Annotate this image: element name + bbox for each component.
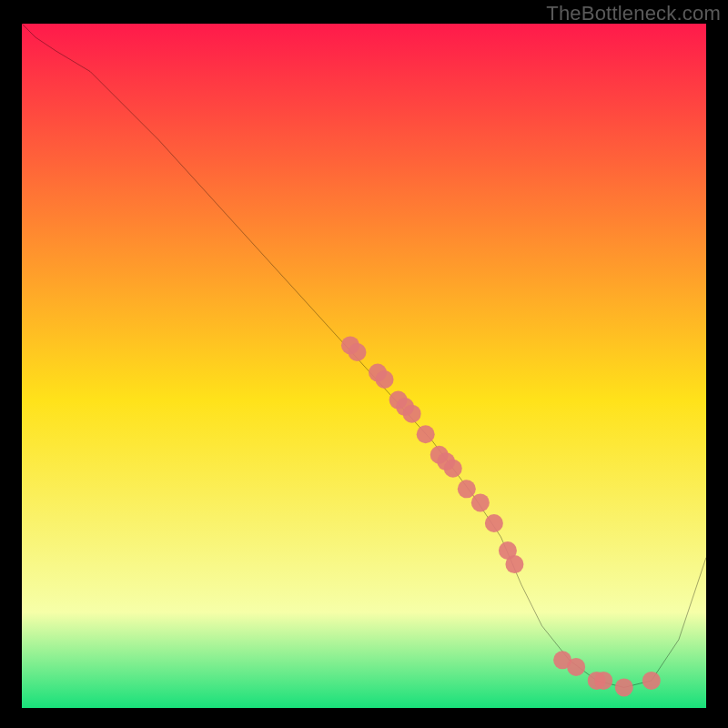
scatter-point <box>403 405 421 423</box>
scatter-point <box>642 672 661 690</box>
scatter-point <box>458 480 476 498</box>
chart-canvas <box>22 24 706 708</box>
scatter-point <box>471 493 490 511</box>
scatter-point <box>615 678 633 696</box>
scatter-point <box>485 514 503 532</box>
scatter-point <box>567 658 585 676</box>
scatter-point <box>376 370 394 389</box>
scatter-point <box>417 425 435 443</box>
scatter-point <box>348 343 366 361</box>
chart-stage: TheBottleneck.com <box>0 0 728 728</box>
scatter-point <box>505 555 523 573</box>
scatter-point <box>444 460 462 478</box>
watermark-text: TheBottleneck.com <box>546 2 721 25</box>
scatter-point <box>594 672 612 690</box>
